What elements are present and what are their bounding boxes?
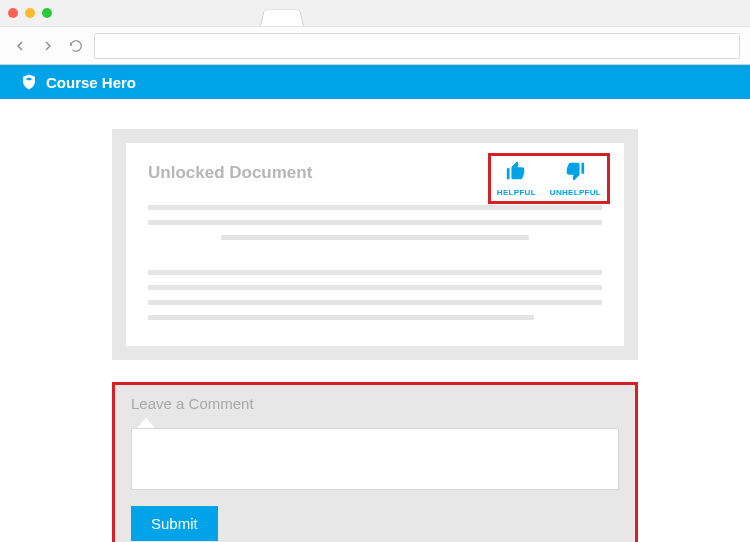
rating-box: HELPFUL UNHELPFUL bbox=[488, 153, 610, 204]
document-card: Unlocked Document HELPFUL UNHELPFUL bbox=[112, 129, 638, 360]
comment-card: Leave a Comment Submit bbox=[115, 385, 635, 542]
comment-input[interactable] bbox=[131, 428, 619, 490]
unhelpful-label: UNHELPFUL bbox=[550, 188, 601, 197]
browser-chrome bbox=[0, 0, 750, 65]
thumb-down-icon bbox=[562, 160, 588, 186]
shield-book-icon bbox=[20, 73, 38, 91]
window-close-icon[interactable] bbox=[8, 8, 18, 18]
url-input[interactable] bbox=[94, 33, 740, 59]
document-body: Unlocked Document HELPFUL UNHELPFUL bbox=[126, 143, 624, 346]
document-text-placeholder bbox=[148, 205, 602, 320]
back-button[interactable] bbox=[10, 36, 30, 56]
site-header: Course Hero bbox=[0, 65, 750, 99]
reload-button[interactable] bbox=[66, 36, 86, 56]
browser-tab[interactable] bbox=[260, 10, 304, 26]
submit-button[interactable]: Submit bbox=[131, 506, 218, 541]
thumb-up-icon bbox=[503, 160, 529, 186]
helpful-button[interactable]: HELPFUL bbox=[497, 160, 536, 197]
window-tabstrip bbox=[0, 0, 750, 26]
comment-section-highlight: Leave a Comment Submit bbox=[112, 382, 638, 542]
comment-title: Leave a Comment bbox=[131, 395, 619, 412]
window-minimize-icon[interactable] bbox=[25, 8, 35, 18]
window-maximize-icon[interactable] bbox=[42, 8, 52, 18]
brand-name: Course Hero bbox=[46, 74, 136, 91]
forward-button[interactable] bbox=[38, 36, 58, 56]
page-content: Unlocked Document HELPFUL UNHELPFUL bbox=[0, 99, 750, 542]
browser-toolbar bbox=[0, 26, 750, 64]
speech-pointer-icon bbox=[137, 418, 155, 428]
helpful-label: HELPFUL bbox=[497, 188, 536, 197]
unhelpful-button[interactable]: UNHELPFUL bbox=[550, 160, 601, 197]
